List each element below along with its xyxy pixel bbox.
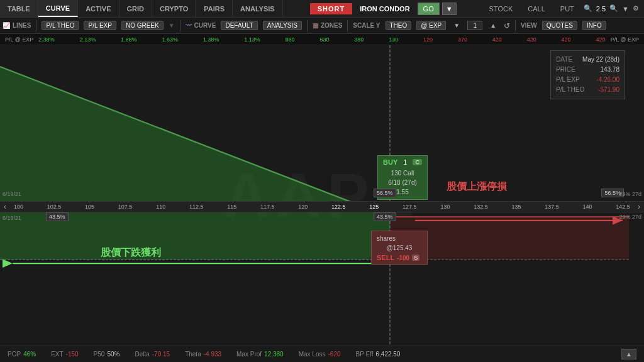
price-1375: 137.5 <box>545 204 559 210</box>
tab-active[interactable]: ACTIVE <box>78 0 119 17</box>
chart-svg <box>0 45 644 346</box>
put-button[interactable]: PUT <box>555 3 580 14</box>
at-exp-btn[interactable]: @ EXP <box>416 21 446 30</box>
pl-val-14: 420 <box>527 36 536 43</box>
curve-section: 〰 CURVE <box>186 22 216 29</box>
pct-badge-bot-left: 43.5% <box>46 212 69 221</box>
sell-qty: -100 <box>397 255 409 261</box>
buy-label: BUY <box>383 158 397 166</box>
zones-icon: ▦ <box>313 22 318 29</box>
tab-table[interactable]: TABLE <box>0 0 38 17</box>
refresh-icon[interactable]: ↺ <box>504 21 510 30</box>
zoom-value: 2.5 <box>596 5 606 13</box>
svg-marker-0 <box>0 67 390 260</box>
pct-badge-bot-right: 43.5% <box>374 212 396 221</box>
price-100: 100 <box>14 204 23 210</box>
info-pltheo-val: -571.90 <box>598 85 619 95</box>
settings-icon[interactable]: ⚙ <box>633 4 639 13</box>
buy-line1: 130 Call <box>383 168 422 178</box>
days-badge-top: 29% 27d <box>619 191 641 197</box>
scale-y-label: SCALE Y <box>353 22 380 29</box>
buy-badge: C <box>413 159 422 165</box>
pl-val-16: 420 <box>596 36 605 43</box>
search-icon[interactable]: 🔍 <box>584 4 592 13</box>
info-plexp-val: -4.26.00 <box>596 75 619 85</box>
top-nav: TABLE CURVE ACTIVE GRID CRYPTO PAIRS ANA… <box>0 0 644 18</box>
price-1075: 107.5 <box>118 204 133 210</box>
analysis-btn[interactable]: ANALYSIS <box>263 21 302 30</box>
pl-theo-btn[interactable]: P/L THEO <box>42 21 79 30</box>
chart-area: AAPL 6/19/21 ‹ 100 <box>0 45 644 346</box>
default-btn[interactable]: DEFAULT <box>221 21 257 30</box>
call-button[interactable]: CALL <box>522 3 551 14</box>
info-price-key: PRICE <box>556 65 575 75</box>
info-plexp-key: P/L EXP <box>556 75 579 85</box>
stat-delta: Delta -70.15 <box>135 351 170 358</box>
axis-left-arrow[interactable]: ‹ <box>0 202 10 211</box>
go-button[interactable]: GO <box>418 3 440 15</box>
pl-val-10: 130 <box>389 36 398 43</box>
tab-analysis[interactable]: ANALYSIS <box>233 0 283 17</box>
buy-line2: 6/18 (27d) <box>383 178 422 187</box>
quotes-btn[interactable]: QUOTES <box>542 21 577 30</box>
pl-val-15: 420 <box>562 36 571 43</box>
num-input[interactable] <box>467 21 482 30</box>
up-arrow-btn[interactable]: ▲ <box>487 21 499 30</box>
bpeff-val: 6,422.50 <box>375 351 400 358</box>
price-ticks: 100 102.5 105 107.5 110 112.5 115 117.5 … <box>10 204 634 210</box>
pl-val-3: 1.88% <box>121 36 137 43</box>
stat-pop: POP 46% <box>8 351 36 358</box>
maxprof-label: Max Prof <box>236 351 262 358</box>
price-105: 105 <box>85 204 94 210</box>
pl-header: P/L @ EXP 2.38% 2.13% 1.88% 1.63% 1.38% … <box>0 34 644 45</box>
info-date-val: May 22 (28d) <box>582 55 619 65</box>
stock-button[interactable]: STOCK <box>484 3 519 14</box>
tab-curve[interactable]: CURVE <box>38 0 78 17</box>
maxloss-label: Max Loss <box>299 351 326 358</box>
go-dropdown[interactable]: ▼ <box>442 3 457 15</box>
info-btn[interactable]: INFO <box>582 21 606 30</box>
price-115: 115 <box>227 204 236 210</box>
axis-right-arrow[interactable]: › <box>634 202 644 211</box>
tab-pairs[interactable]: PAIRS <box>196 0 233 17</box>
price-axis: ‹ 100 102.5 105 107.5 110 112.5 115 117.… <box>0 201 644 212</box>
pl-val-5: 1.38% <box>203 36 219 43</box>
sell-at-price: @125.43 <box>377 244 422 251</box>
iron-condor-label: IRON CONDOR <box>355 5 414 13</box>
pl-exp-btn[interactable]: P/L EXP <box>84 21 116 30</box>
pl-val-9: 380 <box>354 36 364 43</box>
sell-tooltip[interactable]: shares @125.43 SELL -100 S <box>371 231 428 265</box>
price-125: 125 <box>369 204 379 210</box>
no-greek-btn[interactable]: NO GREEK <box>121 21 164 30</box>
down-arrow-btn[interactable]: ▼ <box>451 21 462 30</box>
pct-badge-top-left: 56.5% <box>374 189 396 197</box>
second-nav: 📈 LINES P/L THEO P/L EXP NO GREEK ▼ 〰 CU… <box>0 18 644 34</box>
pl-values: 2.38% 2.13% 1.88% 1.63% 1.38% 1.13% 880 … <box>36 36 608 43</box>
short-button[interactable]: SHORT <box>310 3 353 14</box>
date-label-top: 6/19/21 <box>3 191 21 197</box>
stat-theta: Theta -4.933 <box>185 351 221 358</box>
price-1325: 132.5 <box>474 204 488 210</box>
pl-val-7: 880 <box>286 36 295 43</box>
price-1125: 112.5 <box>189 204 204 210</box>
stat-ext: EXT -150 <box>51 351 78 358</box>
info-box: DATE May 22 (28d) PRICE 143.78 P/L EXP -… <box>550 50 625 99</box>
zoom-out-icon[interactable]: 🔍 <box>609 4 618 13</box>
tab-grid[interactable]: GRID <box>119 0 153 17</box>
filter-icon[interactable]: ▼ <box>622 5 629 13</box>
price-130: 130 <box>440 204 450 210</box>
price-135: 135 <box>511 204 521 210</box>
bpeff-label: BP Eff <box>356 351 374 358</box>
price-1275: 127.5 <box>402 204 417 210</box>
curve-icon: 〰 <box>186 22 192 29</box>
theo-btn[interactable]: THEO <box>386 21 412 30</box>
buy-qty: 1 <box>403 158 407 166</box>
info-date-key: DATE <box>556 55 572 65</box>
expand-button[interactable]: ▲ <box>621 349 636 359</box>
price-1025: 102.5 <box>47 204 62 210</box>
sell-badge: S <box>412 255 419 261</box>
tab-crypto[interactable]: CRYPTO <box>152 0 196 17</box>
info-pltheo-key: P/L THEO <box>556 85 584 95</box>
view-label: VIEW <box>521 22 537 29</box>
zones-section: ▦ ZONES <box>313 22 342 29</box>
